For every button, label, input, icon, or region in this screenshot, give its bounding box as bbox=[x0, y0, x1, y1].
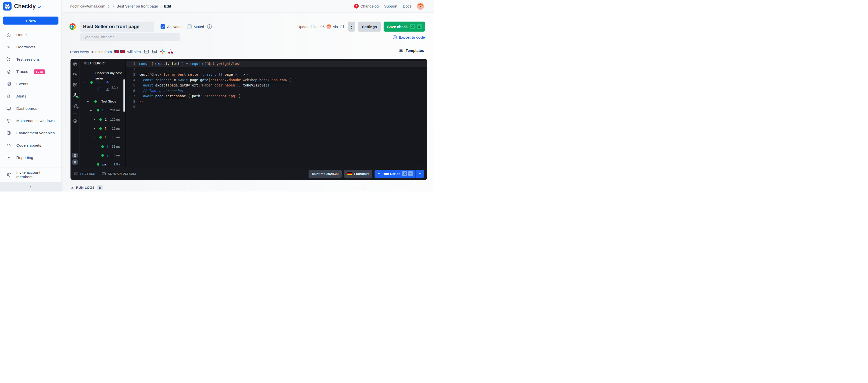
changelog-link[interactable]: 7 Changelog bbox=[354, 4, 379, 8]
slack-icon[interactable] bbox=[160, 49, 165, 54]
breadcrumb-current-page: Edit bbox=[164, 4, 171, 8]
tree-node-root[interactable]: Check for my best seller2.1 s bbox=[80, 68, 125, 98]
tree-node[interactable]: f.45 ms bbox=[80, 135, 122, 140]
sidebar-item-reporting[interactable]: Reporting bbox=[0, 151, 61, 164]
image-icon[interactable] bbox=[97, 87, 102, 92]
monitor-icon bbox=[6, 106, 11, 111]
code-icon bbox=[6, 143, 11, 148]
code-area[interactable]: 1const { expect, test } = require('@play… bbox=[126, 59, 427, 168]
panel-scrollbar[interactable] bbox=[123, 79, 125, 112]
prettier-status[interactable]: PRETTIER bbox=[74, 172, 95, 176]
export-icon bbox=[393, 35, 397, 39]
check-name-input[interactable] bbox=[80, 22, 154, 32]
code-line[interactable]: 4 const response = await page.goto('http… bbox=[126, 77, 427, 83]
envelope-icon[interactable] bbox=[144, 49, 149, 54]
chevron-down-icon[interactable] bbox=[93, 136, 96, 139]
code-line[interactable]: 6 // Take a screenshot bbox=[126, 88, 427, 94]
tree-node[interactable]: B.204 ms bbox=[80, 108, 122, 112]
sidebar-item-code-snippets[interactable]: Code snippets bbox=[0, 139, 61, 151]
sidebar-item-home[interactable]: Home bbox=[0, 29, 61, 41]
editor-status-bar: PRETTIER KEYMAP: DEFAULT Runtime 2024.09… bbox=[70, 168, 427, 180]
chevron-right-icon[interactable] bbox=[93, 118, 96, 121]
home-icon bbox=[6, 32, 11, 37]
code-line[interactable]: 5 await expect(page.getByText('Haben ode… bbox=[126, 83, 427, 88]
region-button[interactable]: Frankfurt bbox=[344, 170, 372, 178]
help-icon[interactable]: ? bbox=[207, 24, 212, 29]
copy-tool-icon[interactable] bbox=[73, 62, 78, 67]
account-switcher[interactable]: noctnica@gmail.com bbox=[70, 4, 111, 8]
sidebar-item-environment-variables[interactable]: Environment variables bbox=[0, 127, 61, 139]
tree-node[interactable]: pa...1.8 s bbox=[80, 162, 122, 167]
tree-node[interactable]: 1120 ms bbox=[80, 117, 122, 122]
muted-checkbox[interactable]: Muted bbox=[187, 22, 204, 32]
tree-node[interactable]: l31 ms bbox=[80, 144, 122, 149]
tree-node[interactable]: p6 ms bbox=[80, 153, 122, 158]
runtime-button[interactable]: Runtime 2024.09 bbox=[309, 170, 342, 178]
svg-text:SMS: SMS bbox=[153, 50, 156, 52]
tree-node[interactable]: Test Steps bbox=[80, 99, 122, 104]
germany-flag-icon bbox=[347, 172, 352, 175]
sidebar-item-alerts[interactable]: Alerts bbox=[0, 90, 61, 102]
chrome-browser-icon bbox=[69, 23, 76, 30]
code-line[interactable]: 7 await page.screenshot({ path: 'screens… bbox=[126, 94, 427, 99]
columns-icon[interactable] bbox=[97, 79, 102, 83]
telescope-tool-icon[interactable] bbox=[73, 103, 78, 108]
muted-label: Muted bbox=[194, 25, 204, 29]
schedule-text: Runs every 10 mins from bbox=[70, 49, 112, 54]
tree-node-label: p bbox=[107, 154, 109, 157]
chip-tool-icon[interactable] bbox=[73, 119, 78, 124]
sidebar-item-events[interactable]: Events bbox=[0, 78, 61, 90]
more-options-button[interactable] bbox=[348, 22, 355, 32]
updated-by-avatar bbox=[327, 24, 331, 29]
chevron-down-icon[interactable] bbox=[89, 109, 93, 112]
run-logs-count-badge: 8 bbox=[97, 185, 103, 190]
code-line[interactable]: 9 bbox=[126, 104, 427, 110]
sidebar-item-invite-account-members[interactable]: Invite account members bbox=[0, 167, 61, 182]
docs-link[interactable]: Docs bbox=[403, 4, 411, 8]
settings-button[interactable]: Settings bbox=[358, 22, 381, 32]
checklist-icon bbox=[6, 57, 11, 62]
video-icon[interactable] bbox=[105, 79, 110, 83]
sms-icon[interactable]: SMS bbox=[152, 49, 157, 54]
new-button[interactable]: + New bbox=[3, 16, 58, 25]
breadcrumb-check-name[interactable]: Best Seller on front page bbox=[117, 4, 158, 8]
brand-logo[interactable]: Checkly bbox=[0, 0, 61, 12]
sidebar-item-test-sessions[interactable]: Test sessions bbox=[0, 53, 61, 65]
save-check-button[interactable]: Save check ⌘S bbox=[383, 22, 425, 32]
code-line[interactable]: 3test('Check for my best seller', async … bbox=[126, 72, 427, 77]
templates-button[interactable]: Templates bbox=[399, 48, 424, 53]
code-line[interactable]: 2 bbox=[126, 67, 427, 72]
user-avatar[interactable] bbox=[417, 3, 424, 10]
tree-node-duration: 120 ms bbox=[110, 118, 120, 121]
export-to-code-link[interactable]: Export to code bbox=[393, 35, 425, 39]
sidebar-item-maintenance-windows[interactable]: Maintenance windows bbox=[0, 114, 61, 127]
checkbox-checked-icon[interactable] bbox=[160, 24, 165, 29]
sidebar-item-traces[interactable]: TracesBETA bbox=[0, 65, 61, 78]
minimap-divider bbox=[423, 59, 423, 168]
checkbox-unchecked-icon[interactable] bbox=[187, 24, 192, 29]
tag-input[interactable] bbox=[80, 33, 180, 41]
tree-node[interactable]: f.29 ms bbox=[80, 126, 122, 131]
chevron-down-icon[interactable] bbox=[84, 81, 87, 84]
activated-label: Activated bbox=[167, 25, 183, 29]
chevron-down-icon[interactable] bbox=[87, 100, 90, 103]
webhook-icon[interactable] bbox=[168, 49, 173, 54]
flip-icon[interactable] bbox=[105, 87, 110, 92]
support-link[interactable]: Support bbox=[384, 4, 397, 8]
run-options-button[interactable] bbox=[416, 170, 424, 178]
run-script-button[interactable]: Run Script ⌘↵ bbox=[375, 170, 415, 178]
chevron-right-icon[interactable] bbox=[93, 127, 96, 130]
test-report-tree: Check for my best seller2.1 sTest StepsB… bbox=[80, 68, 125, 168]
sidebar-item-heartbeats[interactable]: Heartbeats bbox=[0, 41, 61, 53]
code-line[interactable]: 1const { expect, test } = require('@play… bbox=[126, 61, 427, 67]
flask-tool-icon[interactable] bbox=[73, 93, 78, 98]
sidebar-collapse-button[interactable] bbox=[0, 182, 61, 192]
activated-checkbox[interactable]: Activated bbox=[160, 22, 183, 32]
flip-tool-icon[interactable] bbox=[73, 82, 78, 87]
rail-shortcut-keys: ⌘B bbox=[72, 153, 78, 165]
masks-tool-icon[interactable] bbox=[73, 72, 78, 77]
sidebar-item-dashboards[interactable]: Dashboards bbox=[0, 102, 61, 114]
keymap-status[interactable]: KEYMAP: DEFAULT bbox=[102, 172, 136, 176]
run-logs-toggle[interactable]: RUN LOGS 8 bbox=[71, 185, 103, 190]
code-line[interactable]: 8}) bbox=[126, 99, 427, 105]
